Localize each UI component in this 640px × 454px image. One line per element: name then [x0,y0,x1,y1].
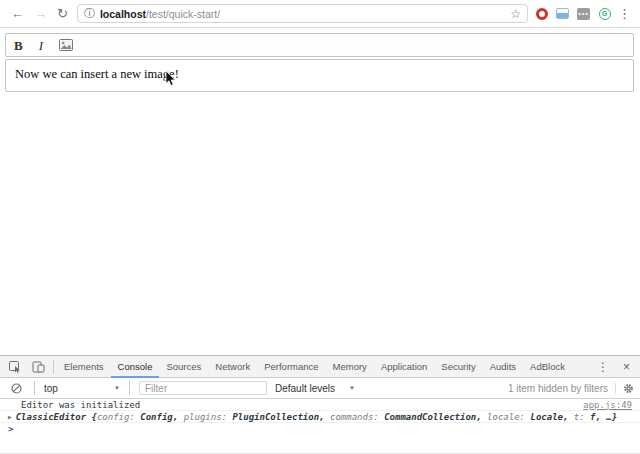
console-message[interactable]: Editor was initialized app.js:49 [0,399,640,411]
toolbar-separator [34,381,35,395]
tab-sources[interactable]: Sources [159,356,208,378]
console-object-preview[interactable]: ▶ ClassicEditor {config: Config, plugins… [0,411,640,423]
chevron-down-icon: ▼ [349,385,355,391]
adblock-extension-icon[interactable] [535,7,548,20]
italic-button[interactable]: I [39,39,43,52]
chrome-menu-icon[interactable]: ⋮ [615,6,634,21]
levels-label: Default levels [275,383,335,394]
grammarly-extension-icon[interactable]: G [598,7,611,20]
tab-memory[interactable]: Memory [326,356,374,378]
devtools-panel: Elements Console Sources Network Perform… [0,355,640,453]
expand-triangle-icon[interactable]: ▶ [8,413,12,420]
context-label: top [44,383,58,394]
prop-key: commands: [330,412,384,422]
red-circle-icon [536,8,548,20]
console-filter-input[interactable] [139,381,267,395]
gear-icon [623,383,634,394]
source-link[interactable]: app.js:49 [583,400,632,410]
prop-value: Config, [140,412,183,422]
clear-console-icon[interactable] [6,383,27,394]
toolbar-separator [129,381,130,395]
device-toolbar-icon[interactable] [27,361,50,373]
page-info-icon[interactable]: ⓘ [84,6,95,21]
back-icon[interactable]: ← [6,7,29,20]
window-extension-icon[interactable] [556,7,569,20]
gray-dots-icon: ••• [577,8,590,20]
tabbar-separator [53,360,54,374]
devtools-tabbar: Elements Console Sources Network Perform… [0,356,640,378]
object-class-name: ClassicEditor [16,412,86,422]
tab-performance[interactable]: Performance [257,356,325,378]
editor-content[interactable]: Now we can insert a new image! [5,59,634,92]
prop-key: plugins: [184,412,233,422]
object-brace: { [86,412,97,422]
tab-network[interactable]: Network [208,356,257,378]
prop-key: t: [574,412,590,422]
editor-text: Now we can insert a new image! [15,67,179,81]
url-text[interactable]: localhost/test/quick-start/ [100,8,220,20]
mouse-cursor [165,70,176,87]
editor-toolbar: B I [5,33,634,57]
devtools-window-controls: ⋮ × [591,360,636,374]
tab-elements[interactable]: Elements [57,356,111,378]
prop-key: locale: [487,412,530,422]
green-g-icon: G [599,8,611,20]
console-log: Editor was initialized app.js:49 ▶ Class… [0,399,640,435]
refresh-icon[interactable]: ↻ [52,7,73,20]
prompt-chevron-icon: > [8,424,13,434]
tab-security[interactable]: Security [434,356,482,378]
address-bar[interactable]: ⓘ localhost/test/quick-start/ ☆ [77,4,528,23]
forward-icon[interactable]: → [29,7,52,20]
insert-image-button[interactable] [59,39,73,51]
image-icon [59,39,73,51]
bold-button[interactable]: B [14,39,23,52]
browser-window: ← → ↻ ⓘ localhost/test/quick-start/ ☆ ••… [0,0,640,454]
log-text: Editor was initialized [8,400,140,410]
prop-value: CommandCollection, [384,412,487,422]
bookmark-star-icon[interactable]: ☆ [510,7,521,21]
devtools-menu-icon[interactable]: ⋮ [591,360,615,374]
prop-value: Locale, [530,412,573,422]
browser-toolbar: ← → ↻ ⓘ localhost/test/quick-start/ ☆ ••… [0,0,640,28]
url-path: /test/quick-start/ [146,8,220,20]
url-host: localhost [100,8,146,20]
inspect-element-icon[interactable] [4,361,27,373]
extension-tray: ••• G [535,7,611,20]
console-settings-button[interactable] [615,383,634,394]
chevron-down-icon: ▼ [114,385,120,391]
object-tail: …} [606,412,617,422]
execution-context-select[interactable]: top ▼ [38,383,126,394]
blue-window-icon [556,8,569,19]
tab-application[interactable]: Application [374,356,434,378]
tab-adblock[interactable]: AdBlock [523,356,572,378]
more-extension-icon[interactable]: ••• [577,7,590,20]
tab-audits[interactable]: Audits [483,356,523,378]
devtools-close-icon[interactable]: × [617,360,636,374]
console-toolbar: top ▼ Default levels ▼ 1 item hidden by … [0,378,640,399]
prop-value: f, [590,412,606,422]
hidden-items-note: 1 item hidden by filters [508,383,608,394]
log-levels-select[interactable]: Default levels ▼ [273,383,357,394]
tab-console[interactable]: Console [111,356,160,378]
prop-key: config: [97,412,140,422]
object-preview-text: ClassicEditor {config: Config, plugins: … [16,412,618,422]
prop-value: PluginCollection, [232,412,330,422]
console-input-row[interactable]: > [0,423,640,435]
